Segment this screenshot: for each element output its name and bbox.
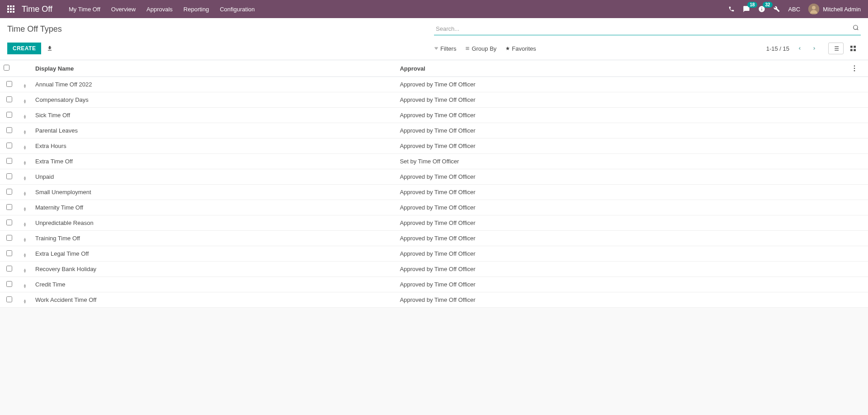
drag-handle-icon[interactable]: ▲▼ — [18, 77, 32, 92]
row-display-name: Small Unemployment — [32, 185, 396, 200]
nav-approvals[interactable]: Approvals — [146, 6, 173, 13]
svg-rect-14 — [854, 46, 856, 48]
cp-top: Time Off Types — [0, 18, 868, 39]
row-trailing-cell — [850, 123, 868, 138]
table-row[interactable]: ▲▼Training Time OffApproved by Time Off … — [0, 231, 868, 246]
drag-handle-icon[interactable]: ▲▼ — [18, 231, 32, 246]
drag-handle-icon[interactable]: ▲▼ — [18, 262, 32, 277]
favorites-button[interactable]: Favorites — [505, 45, 536, 52]
pager: 1-15 / 15 — [766, 43, 861, 54]
row-checkbox[interactable] — [6, 296, 12, 302]
row-display-name: Extra Time Off — [32, 154, 396, 169]
activities-icon[interactable]: 32 — [758, 5, 765, 13]
table-row[interactable]: ▲▼Small UnemploymentApproved by Time Off… — [0, 185, 868, 200]
row-checkbox[interactable] — [6, 127, 12, 133]
header-options-cell — [850, 60, 868, 77]
search-icon[interactable] — [853, 24, 859, 31]
table-row[interactable]: ▲▼Extra Time OffSet by Time Off Officer — [0, 154, 868, 169]
drag-handle-icon[interactable]: ▲▼ — [18, 246, 32, 262]
row-checkbox-cell — [0, 108, 18, 123]
table-row[interactable]: ▲▼Extra Legal Time OffApproved by Time O… — [0, 246, 868, 262]
row-display-name: Compensatory Days — [32, 92, 396, 108]
table-row[interactable]: ▲▼Extra HoursApproved by Time Off Office… — [0, 138, 868, 154]
row-checkbox[interactable] — [6, 219, 12, 225]
drag-handle-icon[interactable]: ▲▼ — [18, 154, 32, 169]
header-display-name[interactable]: Display Name — [32, 60, 396, 77]
row-checkbox[interactable] — [6, 235, 12, 241]
row-checkbox[interactable] — [6, 250, 12, 256]
company-selector[interactable]: ABC — [788, 6, 800, 13]
table-row[interactable]: ▲▼Unpredictable ReasonApproved by Time O… — [0, 215, 868, 231]
drag-handle-icon[interactable]: ▲▼ — [18, 277, 32, 292]
nav-my-time-off[interactable]: My Time Off — [69, 6, 100, 13]
pager-prev-icon[interactable] — [796, 43, 804, 53]
columns-menu-icon[interactable] — [854, 65, 864, 72]
nav-overview[interactable]: Overview — [111, 6, 136, 13]
user-menu[interactable]: Mitchell Admin — [808, 4, 861, 14]
drag-handle-icon[interactable]: ▲▼ — [18, 200, 32, 215]
activities-badge: 32 — [763, 2, 772, 8]
download-icon[interactable] — [47, 45, 53, 52]
drag-handle-icon[interactable]: ▲▼ — [18, 185, 32, 200]
row-checkbox[interactable] — [6, 173, 12, 179]
nav-configuration[interactable]: Configuration — [220, 6, 255, 13]
row-checkbox[interactable] — [6, 266, 12, 272]
pager-next-icon[interactable] — [810, 43, 818, 53]
app-title[interactable]: Time Off — [22, 5, 52, 14]
row-checkbox[interactable] — [6, 143, 12, 148]
row-checkbox[interactable] — [6, 204, 12, 210]
pager-text[interactable]: 1-15 / 15 — [766, 45, 789, 52]
records-table: Display Name Approval ▲▼Annual Time Off … — [0, 60, 868, 308]
row-checkbox-cell — [0, 200, 18, 215]
row-checkbox[interactable] — [6, 189, 12, 195]
header-approval[interactable]: Approval — [396, 60, 850, 77]
drag-handle-icon[interactable]: ▲▼ — [18, 215, 32, 231]
table-row[interactable]: ▲▼Recovery Bank HolidayApproved by Time … — [0, 262, 868, 277]
table-row[interactable]: ▲▼Work Accident Time OffApproved by Time… — [0, 292, 868, 308]
search-area — [434, 23, 861, 35]
create-button[interactable]: CREATE — [7, 43, 41, 54]
drag-handle-icon[interactable]: ▲▼ — [18, 92, 32, 108]
row-display-name: Parental Leaves — [32, 123, 396, 138]
row-display-name: Training Time Off — [32, 231, 396, 246]
groupby-button[interactable]: Group By — [465, 45, 496, 52]
row-checkbox[interactable] — [6, 158, 12, 164]
nav-reporting[interactable]: Reporting — [184, 6, 209, 13]
row-display-name: Extra Legal Time Off — [32, 246, 396, 262]
drag-handle-icon[interactable]: ▲▼ — [18, 108, 32, 123]
row-display-name: Maternity Time Off — [32, 200, 396, 215]
main-navbar: Time Off My Time Off Overview Approvals … — [0, 0, 868, 18]
row-display-name: Work Accident Time Off — [32, 292, 396, 308]
row-checkbox[interactable] — [6, 112, 12, 118]
list-view-button[interactable] — [828, 43, 844, 54]
row-trailing-cell — [850, 169, 868, 185]
filters-button[interactable]: Filters — [434, 45, 456, 52]
table-row[interactable]: ▲▼Maternity Time OffApproved by Time Off… — [0, 200, 868, 215]
kanban-view-button[interactable] — [845, 43, 861, 54]
row-checkbox[interactable] — [6, 96, 12, 102]
select-all-checkbox[interactable] — [4, 65, 9, 71]
row-checkbox[interactable] — [6, 281, 12, 287]
row-trailing-cell — [850, 92, 868, 108]
row-checkbox-cell — [0, 231, 18, 246]
table-row[interactable]: ▲▼Sick Time OffApproved by Time Off Offi… — [0, 108, 868, 123]
table-row[interactable]: ▲▼Compensatory DaysApproved by Time Off … — [0, 92, 868, 108]
table-row[interactable]: ▲▼Parental LeavesApproved by Time Off Of… — [0, 123, 868, 138]
view-switcher — [828, 43, 861, 54]
row-checkbox[interactable] — [6, 81, 12, 87]
drag-handle-icon[interactable]: ▲▼ — [18, 138, 32, 154]
messages-icon[interactable]: 18 — [743, 5, 750, 13]
search-input[interactable] — [434, 23, 861, 35]
table-row[interactable]: ▲▼UnpaidApproved by Time Off Officer — [0, 169, 868, 185]
row-display-name: Annual Time Off 2022 — [32, 77, 396, 92]
messages-badge: 18 — [747, 2, 757, 8]
table-row[interactable]: ▲▼Credit TimeApproved by Time Off Office… — [0, 277, 868, 292]
drag-handle-icon[interactable]: ▲▼ — [18, 169, 32, 185]
drag-handle-icon[interactable]: ▲▼ — [18, 292, 32, 308]
phone-icon[interactable] — [728, 6, 735, 12]
table-row[interactable]: ▲▼Annual Time Off 2022Approved by Time O… — [0, 77, 868, 92]
row-approval: Approved by Time Off Officer — [396, 200, 850, 215]
apps-icon[interactable] — [7, 5, 14, 13]
debug-icon[interactable] — [774, 6, 780, 12]
drag-handle-icon[interactable]: ▲▼ — [18, 123, 32, 138]
